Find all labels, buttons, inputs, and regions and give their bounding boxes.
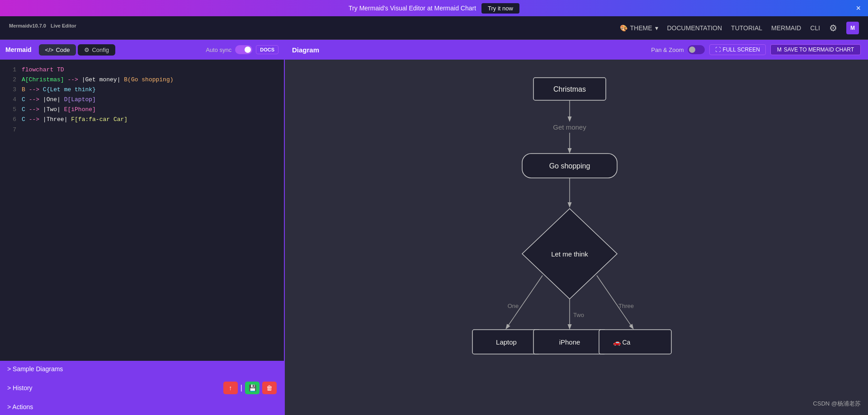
flowchart-diagram: Christmas Get money Go shopping Let me t… [463,73,689,415]
theme-chevron-icon: ▾ [655,24,658,32]
logo-subtitle: Live Editor [51,23,76,28]
label-two: Two [573,312,584,318]
mermaid-brand-icon: M [846,22,859,34]
fullscreen-button[interactable]: ⛶ FULL SCREEN [709,44,766,55]
code-line-2: 2 A[Christmas] --> |Get money| B(Go shop… [0,75,284,85]
tab-code-label: Code [56,47,70,53]
code-line-1: 1 flowchart TD [0,65,284,75]
code-line-6: 6 C --> |Three| F[fa:fa-car Car] [0,115,284,125]
autosync-label: Auto sync [206,47,231,53]
right-header: Diagram Pan & Zoom ⛶ FULL SCREEN M SAVE … [285,40,868,60]
label-three: Three [618,303,634,309]
left-panel: Mermaid </> Code ⚙ Config Auto sync DOCS… [0,40,285,415]
tab-code[interactable]: </> Code [39,44,76,56]
docs-button[interactable]: DOCS [256,45,278,54]
theme-icon: 🎨 [620,24,627,32]
code-line-7: 7 [0,125,284,135]
theme-label: THEME [630,24,652,32]
label-one: One [508,303,519,309]
pan-zoom-area: Pan & Zoom [651,45,704,54]
code-icon: </> [45,47,54,53]
history-panel[interactable]: > History ↑ | 💾 🗑 [0,377,284,399]
cli-link[interactable]: CLI [810,24,820,32]
pan-zoom-toggle[interactable] [688,45,705,54]
close-banner-button[interactable]: × [856,4,861,13]
history-icons: ↑ | 💾 🗑 [223,382,277,394]
mermaid-link[interactable]: MERMAID [771,24,801,32]
history-upload-button[interactable]: ↑ [223,382,238,394]
autosync-toggle[interactable] [235,45,252,54]
fullscreen-label: FULL SCREEN [723,47,760,53]
node-car: 🚗 Ca [613,339,631,346]
node-christmas: Christmas [553,85,586,93]
node-let-me-think: Let me think [551,250,588,258]
history-separator: | [241,384,242,392]
tab-config[interactable]: ⚙ Config [78,44,115,56]
left-panel-title: Mermaid [5,46,32,53]
node-laptop: Laptop [496,338,517,346]
documentation-link[interactable]: DOCUMENTATION [667,24,722,32]
right-panel: Diagram Pan & Zoom ⛶ FULL SCREEN M SAVE … [285,40,868,415]
node-go-shopping: Go shopping [549,162,590,170]
diagram-area: Christmas Get money Go shopping Let me t… [285,60,868,415]
code-line-4: 4 C --> |One| D[Laptop] [0,95,284,105]
navbar: Mermaidv10.7.0 Live Editor 🎨 THEME ▾ DOC… [0,16,868,40]
save-mermaid-icon: M [777,47,782,53]
node-iphone: iPhone [559,338,580,346]
left-header: Mermaid </> Code ⚙ Config Auto sync DOCS [0,40,284,60]
save-mermaid-label: SAVE TO MERMAID CHART [784,47,854,53]
tab-config-label: Config [92,47,109,53]
history-delete-button[interactable]: 🗑 [262,382,277,394]
code-line-3: 3 B --> C{Let me think} [0,85,284,95]
logo: Mermaidv10.7.0 Live Editor [9,23,76,33]
config-icon: ⚙ [84,47,90,53]
try-now-button[interactable]: Try it now [481,3,519,14]
top-banner: Try Mermaid's Visual Editor at Mermaid C… [0,0,868,16]
fullscreen-icon: ⛶ [715,47,721,53]
code-line-5: 5 C --> |Two| E[iPhone] [0,105,284,115]
theme-button[interactable]: 🎨 THEME ▾ [620,24,658,32]
logo-name: Mermaid [9,23,29,28]
node-get-money: Get money [553,123,586,131]
diagram-title: Diagram [292,46,319,54]
main-layout: Mermaid </> Code ⚙ Config Auto sync DOCS… [0,40,868,415]
banner-message: Try Mermaid's Visual Editor at Mermaid C… [349,5,476,12]
autosync-area: Auto sync DOCS [206,45,278,54]
left-tabs: </> Code ⚙ Config [39,44,115,56]
history-label: > History [7,384,33,392]
watermark: CSDN @杨浦老苏 [813,400,861,408]
svg-rect-11 [599,330,671,354]
sample-diagrams-panel[interactable]: > Sample Diagrams [0,361,284,377]
tutorial-link[interactable]: TUTORIAL [731,24,762,32]
logo-version: v10.7.0 [29,23,46,28]
save-mermaid-button[interactable]: M SAVE TO MERMAID CHART [770,44,861,55]
svg-line-6 [506,275,542,328]
actions-panel[interactable]: > Actions [0,399,284,415]
code-editor[interactable]: 1 flowchart TD 2 A[Christmas] --> |Get m… [0,60,284,361]
github-icon[interactable]: ⚙ [829,23,837,33]
pan-zoom-label: Pan & Zoom [651,47,684,53]
history-save-button[interactable]: 💾 [245,382,259,394]
svg-line-8 [597,275,633,328]
